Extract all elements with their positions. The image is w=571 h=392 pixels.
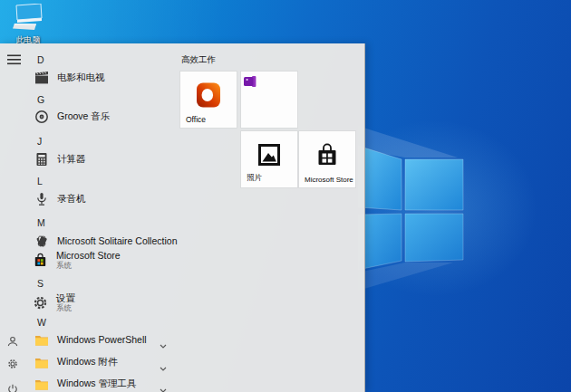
app-item-movies-tv[interactable]: 电影和电视 (29, 70, 178, 86)
calculator-icon (34, 152, 49, 167)
user-account-button[interactable] (7, 334, 24, 349)
app-item-label: Windows PowerShell (57, 334, 147, 345)
app-item-solitaire[interactable]: Microsoft Solitaire Collection (29, 233, 178, 249)
section-letter-d[interactable]: D (37, 53, 44, 66)
hamburger-menu-button[interactable] (7, 53, 24, 67)
chevron-down-icon[interactable] (160, 336, 167, 352)
section-letter-j[interactable]: J (37, 135, 42, 148)
tile-label: Office (186, 115, 206, 124)
section-letter-g[interactable]: G (37, 93, 44, 106)
settings-rail-button[interactable] (7, 357, 24, 371)
app-item-windows-admin-tools[interactable]: Windows 管理工具 (29, 376, 183, 392)
app-item-voice-recorder[interactable]: 录音机 (29, 191, 178, 207)
groove-music-icon (34, 110, 49, 125)
app-item-calculator[interactable]: 计算器 (29, 151, 178, 167)
tile-office[interactable]: Office (180, 72, 237, 128)
section-letter-s[interactable]: S (37, 277, 44, 290)
desktop-icon-this-pc[interactable]: 此电脑 (5, 4, 52, 44)
app-item-label: Groove 音乐 (57, 110, 110, 123)
store-bag-icon (315, 142, 339, 171)
app-item-label: 设置 (56, 293, 75, 302)
section-letter-w[interactable]: W (37, 316, 46, 329)
start-menu: D 电影和电视 G Groove 音乐 J (0, 43, 365, 392)
app-item-groove-music[interactable]: Groove 音乐 (29, 109, 178, 125)
voice-recorder-icon (34, 192, 49, 207)
app-item-label: Microsoft Solitaire Collection (57, 235, 177, 246)
solitaire-icon (34, 234, 49, 249)
folder-icon (34, 377, 49, 392)
chevron-down-icon[interactable] (160, 359, 167, 375)
app-item-label: 录音机 (57, 193, 86, 206)
app-item-label: Windows 管理工具 (57, 378, 137, 390)
section-letter-l[interactable]: L (37, 175, 43, 187)
onenote-icon (244, 74, 256, 91)
app-item-sublabel: 系统 (56, 261, 121, 270)
app-item-label: Microsoft Store (56, 251, 121, 260)
power-button[interactable] (7, 382, 24, 392)
tile-label: 照片 (247, 173, 262, 184)
wallpaper-light-beam (0, 0, 372, 43)
tile-onenote[interactable] (241, 72, 297, 128)
user-icon (7, 336, 18, 347)
store-bag-icon (33, 253, 49, 269)
app-item-label: 计算器 (57, 153, 86, 166)
tile-group-label[interactable]: 高效工作 (181, 54, 216, 66)
tile-photos[interactable]: 照片 (241, 131, 297, 187)
app-item-label: 电影和电视 (57, 72, 105, 84)
app-item-label: Windows 附件 (57, 356, 118, 368)
windows-desktop: 此电脑 (0, 0, 571, 392)
windows-logo-wallpaper (358, 113, 467, 294)
app-item-windows-accessories[interactable]: Windows 附件 (29, 354, 183, 370)
chevron-down-icon[interactable] (160, 380, 167, 392)
photos-icon (257, 143, 281, 170)
gear-icon (33, 295, 49, 311)
power-icon (7, 384, 18, 392)
gear-icon (7, 359, 18, 369)
folder-icon (34, 355, 49, 370)
app-item-windows-powershell[interactable]: Windows PowerShell (29, 331, 183, 348)
office-logo-icon (195, 81, 222, 112)
tile-microsoft-store[interactable]: Microsoft Store (299, 131, 355, 187)
movies-tv-icon (34, 71, 49, 86)
folder-icon (34, 332, 49, 348)
app-item-microsoft-store[interactable]: Microsoft Store 系统 (29, 250, 178, 271)
hamburger-icon (7, 54, 22, 65)
app-item-sublabel: 系统 (56, 303, 75, 312)
section-letter-m[interactable]: M (37, 216, 45, 229)
app-item-settings[interactable]: 设置 系统 (29, 292, 178, 313)
tile-label: Microsoft Store (305, 176, 353, 184)
computer-icon (13, 4, 44, 31)
